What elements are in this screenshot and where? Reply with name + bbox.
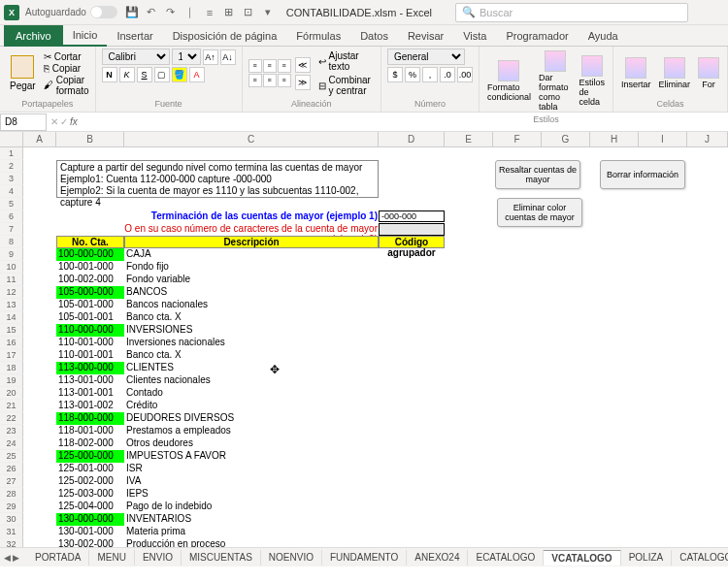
wrap-text-button[interactable]: ↩Ajustar texto bbox=[314, 49, 375, 73]
tab-data[interactable]: Datos bbox=[350, 25, 398, 47]
account-code-cell[interactable]: 113-000-000 bbox=[56, 362, 124, 374]
row-header[interactable]: 9 bbox=[0, 248, 23, 261]
save-icon[interactable]: 💾 bbox=[125, 6, 139, 19]
account-code-cell[interactable]: 113-001-002 bbox=[56, 400, 124, 412]
tab-home[interactable]: Inicio bbox=[63, 25, 108, 47]
decrease-font-button[interactable]: A↓ bbox=[220, 49, 236, 65]
account-code-cell[interactable]: 100-000-000 bbox=[56, 248, 124, 261]
tab-review[interactable]: Revisar bbox=[398, 25, 453, 47]
col-header[interactable]: E bbox=[445, 132, 493, 146]
tab-formulas[interactable]: Fórmulas bbox=[286, 25, 350, 47]
col-header[interactable]: H bbox=[590, 132, 639, 146]
account-desc-cell[interactable]: Materia prima bbox=[124, 526, 379, 538]
border-button[interactable]: ▢ bbox=[154, 67, 170, 82]
account-code-cell[interactable]: 100-001-000 bbox=[56, 261, 124, 274]
sheet-tab[interactable]: NOENVIO bbox=[261, 550, 322, 566]
account-code-cell[interactable]: 125-003-000 bbox=[56, 488, 124, 501]
eliminar-button[interactable]: Eliminar color cuentas de mayor bbox=[497, 198, 582, 227]
account-code-cell[interactable]: 105-001-001 bbox=[56, 311, 124, 324]
sheet-tab[interactable]: FUNDAMENTO bbox=[322, 550, 407, 566]
row-header[interactable]: 24 bbox=[0, 437, 23, 450]
enter-icon[interactable]: ✓ bbox=[60, 116, 68, 127]
table-row[interactable]: 100-002-000Fondo variable bbox=[56, 274, 379, 286]
account-code-cell[interactable]: 125-000-000 bbox=[56, 450, 124, 463]
bold-button[interactable]: N bbox=[102, 67, 117, 82]
qat-icon-1[interactable]: ≡ bbox=[203, 6, 216, 19]
search-input[interactable]: 🔍 Buscar bbox=[455, 3, 688, 22]
sheet-grid[interactable]: 1234567891011121314151617181920212223242… bbox=[0, 147, 728, 547]
undo-icon[interactable]: ↶ bbox=[145, 6, 158, 19]
account-code-cell[interactable]: 105-000-000 bbox=[56, 286, 124, 299]
account-code-cell[interactable]: 125-004-000 bbox=[56, 501, 124, 513]
account-desc-cell[interactable]: Contado bbox=[124, 387, 379, 400]
row-header[interactable]: 3 bbox=[0, 173, 23, 185]
number-format-select[interactable]: General bbox=[387, 48, 465, 65]
row-header[interactable]: 12 bbox=[0, 286, 23, 299]
increase-font-button[interactable]: A↑ bbox=[203, 49, 218, 65]
row-header[interactable]: 4 bbox=[0, 185, 23, 198]
account-code-cell[interactable]: 130-002-000 bbox=[56, 538, 124, 547]
font-size-select[interactable]: 11 bbox=[172, 48, 201, 65]
table-row[interactable]: 130-000-000INVENTARIOS bbox=[56, 513, 379, 526]
conditional-format-button[interactable]: Formato condicional bbox=[485, 58, 533, 104]
borrar-button[interactable]: Borrar información bbox=[600, 160, 685, 189]
sheet-tab[interactable]: ENVIO bbox=[135, 550, 182, 566]
row-header[interactable]: 28 bbox=[0, 488, 23, 501]
tab-developer[interactable]: Programador bbox=[496, 25, 578, 47]
row-header[interactable]: 2 bbox=[0, 160, 23, 173]
account-code-cell[interactable]: 130-000-000 bbox=[56, 513, 124, 526]
percent-button[interactable]: % bbox=[405, 67, 420, 82]
account-desc-cell[interactable]: Fondo variable bbox=[124, 274, 379, 286]
row-header[interactable]: 8 bbox=[0, 236, 23, 248]
row-header[interactable]: 16 bbox=[0, 337, 23, 349]
table-row[interactable]: 113-001-000Clientes nacionales bbox=[56, 374, 379, 387]
tab-nav-prev-icon[interactable]: ◀ bbox=[4, 553, 11, 563]
account-desc-cell[interactable]: IEPS bbox=[124, 488, 379, 501]
account-code-cell[interactable]: 110-001-001 bbox=[56, 349, 124, 362]
italic-button[interactable]: K bbox=[119, 67, 135, 82]
row-header[interactable]: 11 bbox=[0, 274, 23, 286]
table-row[interactable]: 125-002-000IVA bbox=[56, 475, 379, 488]
sheet-tab[interactable]: MISCUENTAS bbox=[182, 550, 261, 566]
col-header[interactable]: I bbox=[639, 132, 687, 146]
dropdown-icon[interactable]: ▾ bbox=[261, 6, 275, 19]
account-desc-cell[interactable]: Pago de lo indebido bbox=[124, 501, 379, 513]
delete-cells-button[interactable]: Eliminar bbox=[656, 55, 692, 91]
row-header[interactable]: 17 bbox=[0, 349, 23, 362]
table-row[interactable]: 100-000-000CAJA bbox=[56, 248, 379, 261]
col-header[interactable]: F bbox=[493, 132, 542, 146]
indent-increase-button[interactable]: ≫ bbox=[295, 75, 311, 90]
merge-button[interactable]: ⊟Combinar y centrar bbox=[314, 74, 375, 97]
row-header[interactable]: 7 bbox=[0, 223, 23, 236]
indent-decrease-button[interactable]: ≪ bbox=[295, 57, 311, 73]
tab-help[interactable]: Ayuda bbox=[579, 25, 628, 47]
account-code-cell[interactable]: 125-001-000 bbox=[56, 463, 124, 475]
sheet-tab[interactable]: ECATALOGO bbox=[468, 550, 544, 566]
copy-button[interactable]: ⎘Copiar bbox=[44, 63, 89, 74]
row-header[interactable]: 19 bbox=[0, 374, 23, 387]
row-header[interactable]: 32 bbox=[0, 538, 23, 547]
col-header[interactable]: A bbox=[23, 132, 56, 146]
toggle-switch-icon[interactable] bbox=[90, 6, 117, 18]
table-row[interactable]: 130-002-000Producción en proceso bbox=[56, 538, 379, 547]
account-desc-cell[interactable]: INVERSIONES bbox=[124, 324, 379, 337]
account-code-cell[interactable]: 118-000-000 bbox=[56, 412, 124, 425]
table-row[interactable]: 105-000-000BANCOS bbox=[56, 286, 379, 299]
account-code-cell[interactable]: 110-001-000 bbox=[56, 337, 124, 349]
account-code-cell[interactable]: 100-002-000 bbox=[56, 274, 124, 286]
currency-button[interactable]: $ bbox=[387, 67, 403, 82]
row-header[interactable]: 31 bbox=[0, 526, 23, 538]
table-row[interactable]: 105-001-000Bancos nacionales bbox=[56, 299, 379, 311]
col-header[interactable]: G bbox=[542, 132, 590, 146]
format-painter-button[interactable]: 🖌Copiar formato bbox=[44, 75, 89, 96]
font-name-select[interactable]: Calibri bbox=[102, 48, 170, 65]
fill-color-button[interactable]: 🪣 bbox=[172, 67, 187, 82]
account-code-cell[interactable]: 118-002-000 bbox=[56, 437, 124, 450]
account-desc-cell[interactable]: Banco cta. X bbox=[124, 349, 379, 362]
account-code-cell[interactable]: 105-001-000 bbox=[56, 299, 124, 311]
row-header[interactable]: 27 bbox=[0, 475, 23, 488]
table-row[interactable]: 118-001-000Prestamos a empleados bbox=[56, 425, 379, 437]
col-header[interactable]: C bbox=[124, 132, 379, 146]
table-row[interactable]: 125-001-000ISR bbox=[56, 463, 379, 475]
row-header[interactable]: 23 bbox=[0, 425, 23, 437]
